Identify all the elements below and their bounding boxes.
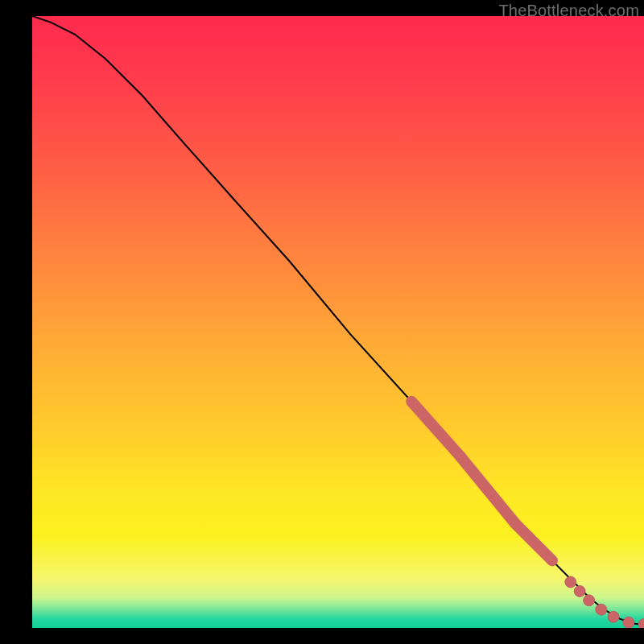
highlight-dot bbox=[596, 604, 607, 615]
curve-svg bbox=[32, 16, 644, 628]
highlight-dot bbox=[608, 611, 619, 622]
highlight-segment bbox=[460, 456, 515, 524]
watermark-text: TheBottleneck.com bbox=[498, 2, 639, 20]
chart-stage: TheBottleneck.com bbox=[0, 0, 644, 644]
highlight-segments bbox=[411, 402, 552, 561]
highlight-dot bbox=[574, 585, 585, 597]
highlight-segment bbox=[515, 524, 552, 561]
bottleneck-curve bbox=[32, 16, 644, 625]
highlight-dot bbox=[623, 617, 634, 628]
highlight-dot bbox=[584, 595, 595, 606]
highlight-dot bbox=[638, 618, 644, 628]
highlight-segment bbox=[411, 402, 460, 456]
plot-area bbox=[32, 16, 644, 628]
highlight-dot bbox=[565, 576, 576, 588]
